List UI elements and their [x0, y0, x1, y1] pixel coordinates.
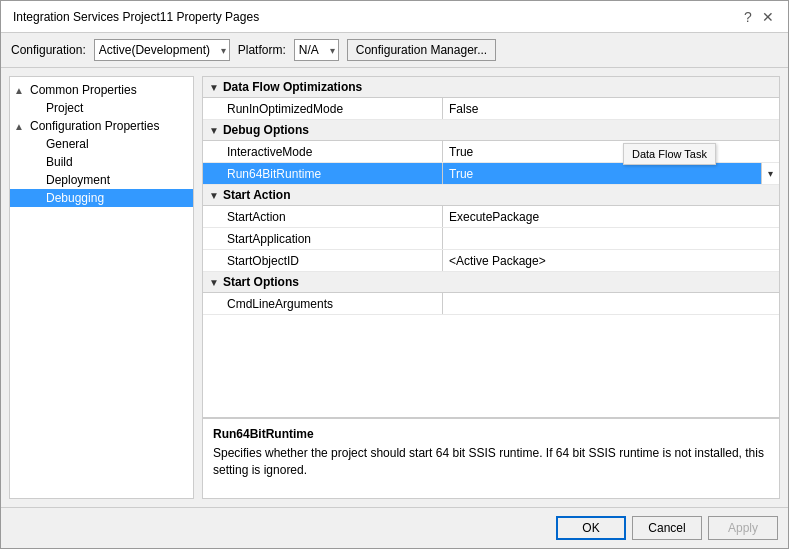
section-title-startaction: Start Action — [223, 188, 291, 202]
prop-name-startaction: StartAction — [203, 206, 443, 227]
section-data-flow[interactable]: ▼ Data Flow Optimizations — [203, 77, 779, 98]
title-bar-controls: ? ✕ — [740, 9, 776, 25]
sidebar: ▲ Common Properties Project ▲ Configurat… — [9, 76, 194, 499]
section-toggle-debug: ▼ — [209, 125, 219, 136]
prop-value-runoptimized: False — [443, 98, 779, 119]
prop-name-startapp: StartApplication — [203, 228, 443, 249]
prop-value-interactive: Data Flow Task True — [443, 141, 779, 162]
properties-table: ▼ Data Flow Optimizations RunInOptimized… — [203, 77, 779, 418]
run64bit-input[interactable] — [449, 167, 757, 181]
prop-value-startobjectid: <Active Package> — [443, 250, 779, 271]
section-title-dataflow: Data Flow Optimizations — [223, 80, 362, 94]
section-title-debug: Debug Options — [223, 123, 309, 137]
config-manager-button[interactable]: Configuration Manager... — [347, 39, 496, 61]
prop-value-cmdline — [443, 293, 779, 314]
configuration-select[interactable]: Active(Development) — [94, 39, 230, 61]
prop-value-startapp — [443, 228, 779, 249]
tree-toggle-common: ▲ — [14, 85, 30, 96]
title-bar: Integration Services Project11 Property … — [1, 1, 788, 33]
config-bar: Configuration: Active(Development) Platf… — [1, 33, 788, 68]
platform-label: Platform: — [238, 43, 286, 57]
tree-common-properties-header[interactable]: ▲ Common Properties — [10, 81, 193, 99]
row-run64bit[interactable]: Run64BitRuntime ▾ — [203, 163, 779, 185]
prop-name-runoptimized: RunInOptimizedMode — [203, 98, 443, 119]
tree-label-build: Build — [46, 155, 73, 169]
row-run-optimized: RunInOptimizedMode False — [203, 98, 779, 120]
section-debug[interactable]: ▼ Debug Options — [203, 120, 779, 141]
tree-label-project: Project — [46, 101, 83, 115]
platform-select-wrapper: N/A — [294, 39, 339, 61]
apply-button[interactable]: Apply — [708, 516, 778, 540]
dialog-window: Integration Services Project11 Property … — [0, 0, 789, 549]
row-cmdline: CmdLineArguments — [203, 293, 779, 315]
row-start-application: StartApplication — [203, 228, 779, 250]
section-toggle-startaction: ▼ — [209, 190, 219, 201]
tooltip-dataflow: Data Flow Task — [623, 143, 716, 165]
prop-name-run64bit: Run64BitRuntime — [203, 163, 443, 184]
prop-value-run64bit[interactable]: ▾ — [443, 163, 779, 184]
tree-item-project[interactable]: Project — [10, 99, 193, 117]
tree-label-general: General — [46, 137, 89, 151]
cancel-button[interactable]: Cancel — [632, 516, 702, 540]
tree-item-build[interactable]: Build — [10, 153, 193, 171]
platform-select[interactable]: N/A — [294, 39, 339, 61]
section-toggle-dataflow: ▼ — [209, 82, 219, 93]
prop-name-startobjectid: StartObjectID — [203, 250, 443, 271]
section-title-startoptions: Start Options — [223, 275, 299, 289]
prop-name-cmdline: CmdLineArguments — [203, 293, 443, 314]
section-start-options[interactable]: ▼ Start Options — [203, 272, 779, 293]
window-title: Integration Services Project11 Property … — [13, 10, 259, 24]
tree-item-debugging[interactable]: Debugging — [10, 189, 193, 207]
run64bit-dropdown-button[interactable]: ▾ — [761, 163, 779, 184]
tree-toggle-config: ▲ — [14, 121, 30, 132]
tree-label-deployment: Deployment — [46, 173, 110, 187]
desc-text: Specifies whether the project should sta… — [213, 445, 769, 479]
desc-title: Run64BitRuntime — [213, 427, 769, 441]
tree-config-properties-header[interactable]: ▲ Configuration Properties — [10, 117, 193, 135]
config-label: Configuration: — [11, 43, 86, 57]
configuration-select-wrapper: Active(Development) — [94, 39, 230, 61]
section-toggle-startoptions: ▼ — [209, 277, 219, 288]
tree-item-deployment[interactable]: Deployment — [10, 171, 193, 189]
tree-label-common: Common Properties — [30, 83, 137, 97]
right-panel: ▼ Data Flow Optimizations RunInOptimized… — [202, 76, 780, 499]
help-button[interactable]: ? — [740, 9, 756, 25]
ok-button[interactable]: OK — [556, 516, 626, 540]
close-button[interactable]: ✕ — [760, 9, 776, 25]
row-start-objectid: StartObjectID <Active Package> — [203, 250, 779, 272]
section-start-action[interactable]: ▼ Start Action — [203, 185, 779, 206]
description-panel: Run64BitRuntime Specifies whether the pr… — [203, 418, 779, 498]
row-start-action: StartAction ExecutePackage — [203, 206, 779, 228]
main-content: ▲ Common Properties Project ▲ Configurat… — [1, 68, 788, 507]
tree-item-general[interactable]: General — [10, 135, 193, 153]
tree-label-debugging: Debugging — [46, 191, 104, 205]
tree-label-config: Configuration Properties — [30, 119, 159, 133]
prop-name-interactive: InteractiveMode — [203, 141, 443, 162]
prop-value-startaction: ExecutePackage — [443, 206, 779, 227]
footer: OK Cancel Apply — [1, 507, 788, 548]
row-interactive-mode: InteractiveMode Data Flow Task True — [203, 141, 779, 163]
